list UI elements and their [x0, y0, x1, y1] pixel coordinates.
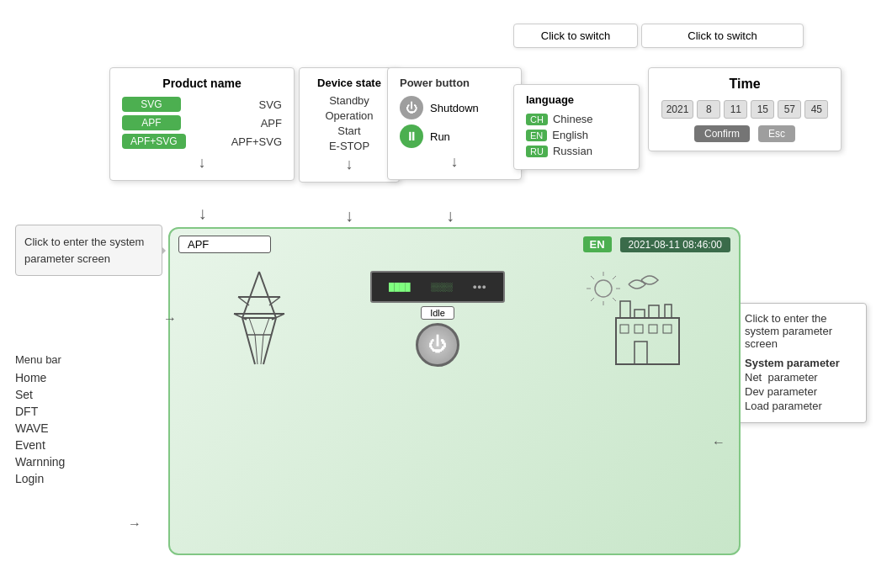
left-menu: Menu bar Home Set DFT WAVE Event Warnnin…	[15, 353, 65, 487]
sys-param-left-text: Click to enter the system parameter scre…	[24, 236, 144, 265]
svg-line-16	[272, 314, 284, 320]
run-label: Run	[430, 130, 450, 143]
svg-rect-32	[649, 325, 657, 333]
switch-button-left[interactable]: Click to switch	[513, 24, 638, 48]
lang-badge-ru: RU	[526, 146, 548, 157]
device-screen: ████ ░░░░ ●●●	[370, 271, 505, 303]
svg-line-14	[269, 297, 280, 305]
product-label-apfsvg: APF+SVG	[231, 135, 282, 148]
power-item-shutdown[interactable]: ⏻ Shutdown	[400, 96, 509, 119]
time-hour[interactable]: 15	[751, 100, 774, 119]
sys-param-left-callout[interactable]: Click to enter the system parameter scre…	[15, 225, 162, 276]
sys-param-load[interactable]: Load parameter	[745, 400, 854, 412]
sys-param-right-callout[interactable]: Click to enter the system parameter scre…	[732, 303, 867, 423]
power-tower-icon	[226, 268, 293, 371]
lang-item-ch[interactable]: CH Chinese	[526, 113, 627, 125]
product-label-apf: APF	[261, 117, 282, 130]
state-start: Start	[311, 124, 387, 137]
power-circle-button[interactable]: ⏻	[416, 323, 459, 367]
lang-label-ru: Russian	[553, 145, 592, 157]
time-day[interactable]: 11	[724, 100, 747, 119]
run-icon: ⏸	[400, 124, 423, 148]
apf-display[interactable]: APF	[178, 236, 271, 253]
time-fields: 2021 8 11 15 57 45	[661, 100, 829, 119]
svg-rect-34	[634, 342, 647, 364]
time-second[interactable]: 45	[804, 100, 828, 119]
state-standby: Standby	[311, 94, 387, 107]
state-estop: E-STOP	[311, 140, 387, 152]
time-confirm-button[interactable]: Confirm	[694, 125, 750, 142]
arrow-left-to-panel: →	[163, 311, 177, 326]
menu-item-dft[interactable]: DFT	[15, 403, 65, 420]
product-item-svg[interactable]: SVG SVG	[122, 97, 282, 112]
product-name-callout: Product name SVG SVG APF APF APF+SVG APF…	[109, 67, 295, 181]
center-device: ████ ░░░░ ●●● Idle ⏻	[370, 271, 505, 367]
product-item-apf[interactable]: APF APF	[122, 115, 282, 130]
menu-item-login[interactable]: Login	[15, 470, 65, 487]
switch-button-right[interactable]: Click to switch	[641, 24, 804, 48]
svg-line-9	[249, 318, 255, 335]
state-operation: Operation	[311, 109, 387, 122]
svg-line-23	[613, 276, 616, 279]
menu-item-warnning[interactable]: Warnning	[15, 453, 65, 470]
product-item-apfsvg[interactable]: APF+SVG APF+SVG	[122, 134, 282, 149]
svg-line-3	[263, 318, 276, 364]
product-label-svg: SVG	[259, 98, 282, 111]
device-state-callout: Device state Standby Operation Start E-S…	[299, 67, 400, 183]
lang-item-en[interactable]: EN English	[526, 129, 627, 141]
idle-badge: Idle	[421, 306, 454, 320]
svg-line-1	[259, 272, 276, 318]
menu-item-event[interactable]: Event	[15, 437, 65, 453]
time-year[interactable]: 2021	[661, 100, 694, 119]
switch-label-right: Click to switch	[688, 29, 757, 42]
language-callout: language CH Chinese EN English RU Russia…	[513, 84, 640, 170]
svg-line-15	[234, 314, 247, 320]
sys-param-right-title: System parameter	[745, 357, 854, 369]
panel-middle-area: ████ ░░░░ ●●● Idle ⏻	[170, 260, 739, 378]
power-button-callout: Power button ⏻ Shutdown ⏸ Run ↓	[387, 67, 522, 180]
time-month[interactable]: 8	[697, 100, 720, 119]
arrow-state-down: ↓	[345, 206, 353, 225]
menu-item-home[interactable]: Home	[15, 369, 65, 386]
menu-item-wave[interactable]: WAVE	[15, 420, 65, 437]
lang-item-ru[interactable]: RU Russian	[526, 145, 627, 157]
factory-icon	[582, 268, 683, 371]
power-button-title: Power button	[400, 77, 509, 89]
datetime-display: 2021-08-11 08:46:00	[620, 237, 730, 252]
power-item-run[interactable]: ⏸ Run	[400, 124, 509, 148]
en-display[interactable]: EN	[583, 236, 612, 252]
panel-top-bar: APF EN 2021-08-11 08:46:00	[170, 229, 739, 260]
svg-rect-31	[634, 325, 643, 333]
time-esc-button[interactable]: Esc	[758, 125, 795, 142]
lang-badge-ch: CH	[526, 114, 548, 125]
svg-line-22	[591, 276, 594, 279]
svg-line-11	[255, 335, 258, 364]
device-state-title: Device state	[311, 77, 387, 89]
menu-item-set[interactable]: Set	[15, 386, 65, 403]
sys-param-right-text: Click to enter the system parameter scre…	[745, 312, 854, 350]
svg-line-24	[591, 298, 594, 301]
arrow-product-down: ↑	[199, 206, 207, 225]
product-badge-svg: SVG	[122, 97, 181, 112]
shutdown-icon: ⏻	[400, 96, 423, 119]
shutdown-label: Shutdown	[430, 102, 479, 114]
main-panel: APF EN 2021-08-11 08:46:00	[168, 227, 741, 555]
sys-param-net[interactable]: Net parameter	[745, 371, 854, 384]
menu-bar-title: Menu bar	[15, 353, 65, 366]
svg-rect-28	[634, 310, 645, 318]
arrow-down-power: ↓	[400, 153, 509, 171]
lang-label-ch: Chinese	[553, 113, 593, 125]
svg-line-12	[261, 335, 263, 364]
product-badge-apfsvg: APF+SVG	[122, 134, 186, 149]
arrow-down-state: ↓	[311, 156, 387, 173]
svg-point-17	[595, 280, 612, 297]
sys-param-dev[interactable]: Dev parameter	[745, 385, 854, 398]
lang-label-en: English	[552, 129, 588, 141]
lang-badge-en: EN	[526, 130, 547, 141]
svg-line-2	[242, 318, 255, 364]
product-badge-apf: APF	[122, 115, 181, 130]
product-name-title: Product name	[122, 77, 282, 90]
svg-rect-30	[620, 325, 629, 333]
arrow-right: ←	[712, 435, 725, 450]
time-minute[interactable]: 57	[778, 100, 801, 119]
